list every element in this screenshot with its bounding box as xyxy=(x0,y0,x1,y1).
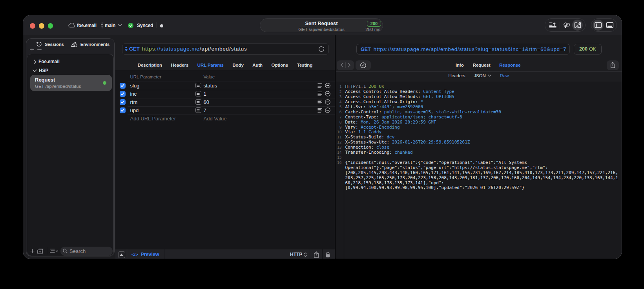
sync-status[interactable]: Synced xyxy=(137,15,153,35)
branch-chevron-down-icon[interactable] xyxy=(118,15,122,35)
line-number: 4 xyxy=(336,100,342,105)
format-lines-icon[interactable] xyxy=(317,83,323,88)
response-line: [208,205,145,298,443,140,160,165,171,161… xyxy=(345,171,621,176)
sent-request-pill[interactable]: Sent Request GET /api/embed/status 200 2… xyxy=(260,18,383,32)
minimize-window-button[interactable] xyxy=(39,23,44,29)
toggle-bottom-panel-button[interactable] xyxy=(604,20,615,31)
share-icon[interactable] xyxy=(314,251,319,258)
remove-session-icon[interactable] xyxy=(37,47,42,52)
remove-row-icon[interactable] xyxy=(325,83,330,88)
param-enabled-checkbox[interactable] xyxy=(120,91,126,97)
param-value[interactable]: 60 xyxy=(204,98,209,106)
param-format-button[interactable] xyxy=(317,91,323,96)
format-lines-icon[interactable] xyxy=(317,100,323,105)
remove-row-icon[interactable] xyxy=(325,107,330,113)
request-tab-url-params[interactable]: URL Params xyxy=(197,62,224,68)
tree-item-label: Foe.email xyxy=(38,59,60,64)
format-lines-icon[interactable] xyxy=(317,108,323,113)
sync-pull-button[interactable] xyxy=(562,20,572,31)
branch-selector[interactable]: main xyxy=(105,15,115,35)
preview-toggle[interactable]: </> Preview xyxy=(131,249,159,259)
method-selector-icon[interactable] xyxy=(124,46,128,51)
project-name[interactable]: foe.email xyxy=(77,15,97,35)
lock-icon xyxy=(326,252,330,258)
request-tab-headers[interactable]: Headers xyxy=(171,62,189,68)
param-name[interactable]: inc xyxy=(130,90,137,98)
request-pane: GET https://statuspage.me/api/embed/stat… xyxy=(115,35,335,259)
add-session-icon[interactable] xyxy=(30,47,34,52)
param-value[interactable]: 7 xyxy=(204,106,206,115)
request-tab-options[interactable]: Options xyxy=(272,62,288,68)
share-icon xyxy=(610,62,615,68)
resend-request-icon[interactable] xyxy=(318,46,325,53)
param-format-button[interactable] xyxy=(317,100,323,105)
history-button[interactable] xyxy=(356,60,371,70)
tab-environments[interactable]: Environments xyxy=(71,42,109,47)
param-remove-button[interactable] xyxy=(325,107,330,113)
response-body-text[interactable]: HTTP/1.1 200 OKAccess-Control-Allow-Head… xyxy=(345,84,621,191)
param-row: upd 7 xyxy=(115,106,335,115)
response-subtab-headers[interactable]: Headers xyxy=(449,73,465,78)
history-clock-icon xyxy=(36,42,42,47)
request-list-item-selected[interactable]: Request GET /api/embed/status xyxy=(30,75,112,91)
request-tab-testing[interactable]: Testing xyxy=(297,62,312,68)
request-method-label[interactable]: GET xyxy=(129,46,140,52)
param-remove-button[interactable] xyxy=(325,99,330,105)
param-enabled-checkbox[interactable] xyxy=(120,107,126,113)
back-icon[interactable] xyxy=(340,63,343,67)
param-value[interactable]: status xyxy=(204,82,217,90)
tab-sessions[interactable]: Sessions xyxy=(36,42,64,47)
add-request-icon[interactable] xyxy=(30,249,35,253)
format-lines-icon[interactable] xyxy=(317,91,323,96)
statusbar-divider xyxy=(164,249,164,259)
share-response-button[interactable] xyxy=(607,60,619,70)
request-url-bar[interactable]: GET https://statuspage.me/api/embed/stat… xyxy=(122,44,329,55)
layout-toggle-group xyxy=(591,18,617,32)
response-line xyxy=(345,155,621,160)
new-folder-icon[interactable] xyxy=(37,249,44,254)
response-status-code: 200 xyxy=(579,46,587,52)
add-value-placeholder[interactable]: Add Value xyxy=(204,115,227,123)
param-name[interactable]: slug xyxy=(130,82,140,90)
expand-panel-button[interactable] xyxy=(118,251,125,258)
list-options-icon[interactable] xyxy=(50,249,58,254)
tree-item-hsp[interactable]: HSP xyxy=(27,67,113,75)
param-enabled-checkbox[interactable] xyxy=(120,83,126,89)
param-format-button[interactable] xyxy=(317,108,323,113)
response-subtab-json[interactable]: JSON xyxy=(474,73,491,78)
remove-row-icon[interactable] xyxy=(325,91,330,96)
export-lines-button[interactable] xyxy=(547,20,558,31)
sessions-list: Foe.email HSP Request GET /api/embed/sta… xyxy=(27,54,114,256)
param-name[interactable]: rtm xyxy=(130,98,138,106)
request-tab-body[interactable]: Body xyxy=(232,62,243,68)
response-tab-request[interactable]: Request xyxy=(473,62,491,68)
param-remove-button[interactable] xyxy=(325,91,330,96)
response-subtab-raw[interactable]: Raw xyxy=(500,73,509,78)
param-value[interactable]: 1 xyxy=(204,90,206,98)
close-window-button[interactable] xyxy=(30,23,35,29)
response-pane: GET https://statuspage.me/api/embed/stat… xyxy=(336,35,622,259)
forward-icon[interactable] xyxy=(348,63,351,67)
line-number: 11 xyxy=(336,135,342,140)
response-tab-response[interactable]: Response xyxy=(499,62,520,68)
param-name[interactable]: upd xyxy=(130,106,139,115)
sidebar-search-field[interactable]: Search xyxy=(60,247,113,256)
protocol-selector[interactable]: HTTP xyxy=(290,249,307,259)
tree-item-label: HSP xyxy=(39,68,48,73)
toggle-sidebar-button[interactable] xyxy=(593,20,604,31)
param-enabled-checkbox[interactable] xyxy=(120,99,126,105)
tree-item-foe-email[interactable]: Foe.email xyxy=(27,58,113,65)
line-number: 7 xyxy=(336,115,342,120)
request-tab-description[interactable]: Description xyxy=(138,62,162,68)
remove-row-icon[interactable] xyxy=(325,99,330,105)
response-url-bar[interactable]: GET https://statuspage.me/api/embed/stat… xyxy=(356,44,570,55)
param-row: slug status xyxy=(115,82,335,90)
zoom-window-button[interactable] xyxy=(48,23,53,29)
add-param-placeholder[interactable]: Add URL Parameter xyxy=(130,115,176,123)
param-format-button[interactable] xyxy=(317,83,323,88)
param-remove-button[interactable] xyxy=(325,83,330,88)
response-tab-info[interactable]: Info xyxy=(456,62,464,68)
send-receive-button[interactable] xyxy=(572,20,583,31)
request-tab-auth[interactable]: Auth xyxy=(252,62,263,68)
response-status-badge: 200OK xyxy=(574,44,602,55)
